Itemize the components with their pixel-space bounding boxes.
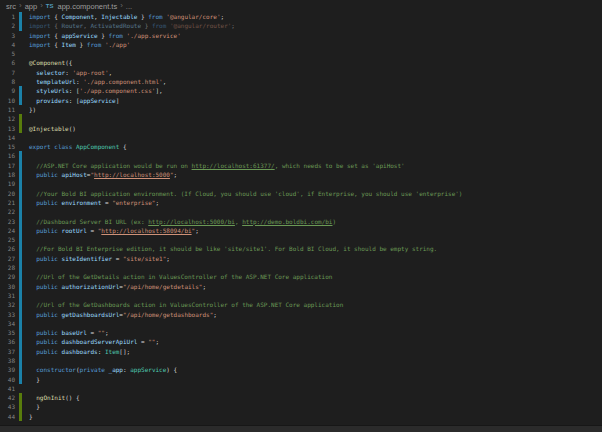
line-number[interactable]: 9 [0,86,15,95]
line-number[interactable]: 33 [0,310,15,319]
git-gutter-modified-marker [19,244,22,253]
git-gutter-added-marker [19,393,22,402]
code-line[interactable]: 15export class AppComponent { [0,142,602,151]
line-number[interactable]: 5 [0,49,15,58]
code-line[interactable]: 5 [0,49,602,58]
code-line[interactable]: 11}) [0,105,602,114]
line-number[interactable]: 38 [0,356,15,365]
code-line[interactable]: 16 [0,151,602,160]
code-line[interactable]: 8 templateUrl: './app.component.html', [0,77,602,86]
code-text: } [29,375,40,384]
code-line[interactable]: 27 public siteIdentifier = "site/site1"; [0,254,602,263]
line-number[interactable]: 27 [0,254,15,263]
code-line[interactable]: 23 //Dashboard Server BI URL (ex: http:/… [0,217,602,226]
code-line[interactable]: 20 //Your Bold BI application environmen… [0,189,602,198]
line-number[interactable]: 14 [0,133,15,142]
line-number[interactable]: 22 [0,207,15,216]
code-line[interactable]: 1import { Component, Injectable } from '… [0,12,602,21]
line-number[interactable]: 32 [0,300,15,309]
git-gutter-modified-marker [19,179,22,188]
line-number[interactable]: 31 [0,291,15,300]
code-line[interactable]: 30 public authorizationUrl="/api/home/ge… [0,282,602,291]
code-line[interactable]: 29 //Url of the GetDetails action in Val… [0,272,602,281]
line-number[interactable]: 17 [0,161,15,170]
line-number[interactable]: 30 [0,282,15,291]
line-number[interactable]: 41 [0,384,15,393]
line-number[interactable]: 43 [0,402,15,411]
code-line[interactable]: 36 public dashboardServerApiUrl = ""; [0,337,602,346]
line-number[interactable]: 19 [0,179,15,188]
line-number[interactable]: 12 [0,114,15,123]
code-line[interactable]: 42 ngOnInit() { [0,393,602,402]
line-number[interactable]: 21 [0,198,15,207]
code-line[interactable]: 24 public rootUrl = "http://localhost:58… [0,226,602,235]
code-line[interactable]: 40 } [0,375,602,384]
line-number[interactable]: 36 [0,337,15,346]
code-line[interactable]: 34 [0,319,602,328]
code-line[interactable]: 38 [0,356,602,365]
code-line[interactable]: 21 public environment = "enterprise"; [0,198,602,207]
code-line[interactable]: 18 public apiHost="http://localhost:5000… [0,170,602,179]
code-line[interactable]: 22 [0,207,602,216]
line-number[interactable]: 39 [0,365,15,374]
line-number[interactable]: 26 [0,244,15,253]
code-line[interactable]: 41 [0,384,602,393]
line-number[interactable]: 44 [0,412,15,421]
line-number[interactable]: 20 [0,189,15,198]
line-number[interactable]: 13 [0,124,15,133]
line-number[interactable]: 18 [0,170,15,179]
line-number[interactable]: 11 [0,105,15,114]
code-line[interactable]: 14 [0,133,602,142]
line-number[interactable]: 28 [0,263,15,272]
code-line[interactable]: 44} [0,412,602,421]
code-line[interactable]: 12 [0,114,602,123]
code-line[interactable]: 28 [0,263,602,272]
line-number[interactable]: 4 [0,40,15,49]
code-line[interactable]: 31 [0,291,602,300]
code-line[interactable]: 10 providers: [appService] [0,96,602,105]
line-number[interactable]: 37 [0,347,15,356]
code-line[interactable]: 37 public dashboards: Item[]; [0,347,602,356]
code-area[interactable]: 1import { Component, Injectable } from '… [0,12,602,421]
line-number[interactable]: 23 [0,217,15,226]
breadcrumb-item-file[interactable]: app.component.ts [58,2,118,11]
code-line[interactable]: 32 //Url of the GetDashboards action in … [0,300,602,309]
code-line[interactable]: 13@Injectable() [0,124,602,133]
line-number[interactable]: 29 [0,272,15,281]
line-number[interactable]: 25 [0,235,15,244]
line-number[interactable]: 2 [0,21,15,30]
code-line[interactable]: 9 styleUrls: ['./app.component.css'], [0,86,602,95]
code-line[interactable]: 25 [0,235,602,244]
code-line[interactable]: 43 } [0,402,602,411]
line-number[interactable]: 7 [0,68,15,77]
line-number[interactable]: 34 [0,319,15,328]
line-number[interactable]: 3 [0,31,15,40]
breadcrumb-item-app[interactable]: app [25,2,38,11]
code-line[interactable]: 4import { Item } from './app' [0,40,602,49]
line-number[interactable]: 10 [0,96,15,105]
code-line[interactable]: 17 //ASP.NET Core application would be r… [0,161,602,170]
code-line[interactable]: 19 [0,179,602,188]
git-gutter-modified-marker [19,226,22,235]
code-line[interactable]: 6@Component({ [0,58,602,67]
code-line[interactable]: 39 constructor(private _app: appService)… [0,365,602,374]
code-line[interactable]: 2import { Router, ActivatedRoute } from … [0,21,602,30]
line-number[interactable]: 15 [0,142,15,151]
line-number[interactable]: 1 [0,12,15,21]
line-number[interactable]: 40 [0,375,15,384]
code-line[interactable]: 35 public baseUrl = ""; [0,328,602,337]
line-number[interactable]: 35 [0,328,15,337]
code-line[interactable]: 7 selector: 'app-root', [0,68,602,77]
breadcrumb: src › app › TS app.component.ts › ... [0,0,602,12]
line-number[interactable]: 8 [0,77,15,86]
line-number[interactable]: 16 [0,151,15,160]
code-text: //For Bold BI Enterprise edition, it sho… [29,244,437,253]
breadcrumb-item-src[interactable]: src [6,2,16,11]
breadcrumb-item-symbol[interactable]: ... [126,2,132,11]
line-number[interactable]: 42 [0,393,15,402]
code-line[interactable]: 26 //For Bold BI Enterprise edition, it … [0,244,602,253]
line-number[interactable]: 24 [0,226,15,235]
code-line[interactable]: 3import { appService } from './app.servi… [0,31,602,40]
code-line[interactable]: 33 public getDashboardsUrl="/api/home/ge… [0,310,602,319]
line-number[interactable]: 6 [0,58,15,67]
